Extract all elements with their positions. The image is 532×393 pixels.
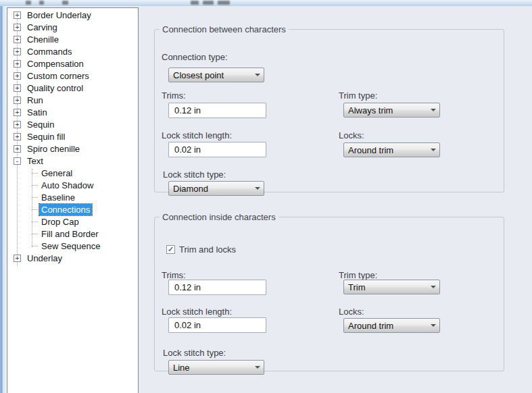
tree-item-label: Sequin	[25, 119, 56, 130]
tree-item-chenille[interactable]: +Chenille	[7, 33, 138, 45]
window-edge	[0, 6, 7, 393]
lock-stitch-type-dropdown[interactable]: Diamond	[168, 181, 264, 196]
expand-icon[interactable]: +	[14, 72, 21, 80]
titlebar-smudge	[26, 1, 31, 5]
tree-item-label: Drop Cap	[39, 216, 81, 228]
collapse-icon[interactable]: -	[14, 157, 21, 165]
chevron-down-icon[interactable]	[251, 182, 264, 195]
expand-icon[interactable]: +	[14, 48, 21, 55]
tree-item-label: Fill and Border	[39, 228, 101, 240]
tree-item-label: Text	[25, 155, 45, 167]
chevron-down-icon[interactable]	[427, 143, 439, 157]
expand-icon[interactable]: +	[14, 11, 21, 19]
tree-item-carving[interactable]: +Carving	[7, 21, 138, 33]
tree-item-label: Auto Shadow	[39, 180, 95, 191]
expand-icon[interactable]: +	[14, 36, 21, 43]
trim-and-locks-checkbox[interactable]: ✓ Trim and locks	[166, 244, 236, 255]
titlebar-fragment	[0, 0, 532, 6]
tree-connector	[32, 234, 38, 234]
trim-type-label: Trim type:	[339, 270, 377, 280]
tree-item-quality-control[interactable]: +Quality control	[7, 82, 138, 94]
tree-item-sequin[interactable]: +Sequin	[7, 118, 138, 130]
tree-item-label: Quality control	[25, 82, 85, 94]
titlebar-smudge	[203, 1, 214, 5]
expand-icon[interactable]: +	[14, 255, 21, 262]
lock-stitch-type-label: Lock stitch type:	[163, 348, 226, 358]
settings-content-panel: Connection between characters Connection…	[139, 6, 532, 393]
lock-stitch-type-value: Diamond	[169, 184, 251, 194]
trims-label: Trims:	[162, 270, 186, 280]
tree-item-satin[interactable]: +Satin	[7, 106, 138, 118]
checkmark-icon: ✓	[168, 246, 174, 253]
tree-item-spiro-chenille[interactable]: +Spiro chenille	[7, 142, 138, 155]
lock-stitch-length-input[interactable]	[168, 317, 266, 333]
tree-item-label: Commands	[25, 46, 74, 57]
tree-item-label: Run	[25, 95, 45, 106]
tree-item-drop-cap[interactable]: Drop Cap	[7, 215, 138, 228]
locks-dropdown[interactable]: Around trim	[343, 318, 440, 333]
chevron-down-icon[interactable]	[427, 280, 439, 294]
titlebar-smudge	[218, 1, 230, 5]
trim-type-value: Trim	[344, 282, 427, 292]
tree-item-connections[interactable]: Connections	[7, 203, 138, 215]
settings-tree: +Border Underlay+Carving+Chenille+Comman…	[7, 8, 138, 393]
locks-value: Around trim	[344, 321, 427, 331]
trim-type-label: Trim type:	[339, 90, 377, 101]
expand-icon[interactable]: +	[14, 97, 21, 104]
connection-type-value: Closest point	[169, 70, 251, 80]
expand-icon[interactable]: +	[14, 109, 21, 116]
tree-item-sequin-fill[interactable]: +Sequin fill	[7, 130, 138, 142]
tree-item-label: Connections	[39, 204, 92, 215]
tree-item-label: Sew Sequence	[39, 240, 102, 252]
trims-input[interactable]	[168, 103, 266, 118]
checkbox-box[interactable]: ✓	[166, 245, 175, 254]
chevron-down-icon[interactable]	[427, 103, 439, 117]
tree-item-underlay[interactable]: +Underlay	[7, 252, 138, 264]
locks-label: Locks:	[339, 130, 364, 140]
chevron-down-icon[interactable]	[427, 319, 439, 332]
expand-icon[interactable]: +	[14, 84, 21, 92]
tree-item-label: Sequin fill	[25, 131, 67, 142]
lock-stitch-type-label: Lock stitch type:	[163, 169, 226, 180]
tree-item-fill-and-border[interactable]: Fill and Border	[7, 228, 138, 240]
tree-item-label: Chenille	[25, 34, 61, 45]
trim-type-dropdown[interactable]: Always trim	[343, 103, 440, 117]
locks-value: Around trim	[344, 145, 427, 155]
trim-type-dropdown[interactable]: Trim	[343, 280, 440, 294]
lock-stitch-length-label: Lock stitch length:	[162, 307, 232, 317]
tree-connector	[32, 197, 38, 198]
tree-item-run[interactable]: +Run	[7, 94, 138, 106]
expand-icon[interactable]: +	[14, 24, 21, 31]
lock-stitch-type-dropdown[interactable]: Line	[168, 360, 264, 375]
tree-item-border-underlay[interactable]: +Border Underlay	[7, 9, 138, 21]
tree-item-custom-corners[interactable]: +Custom corners	[7, 70, 138, 82]
tree-item-sew-sequence[interactable]: Sew Sequence	[7, 240, 138, 252]
group-connection-between-characters: Connection between characters Connection…	[154, 24, 504, 192]
tree-item-baseline[interactable]: Baseline	[7, 191, 138, 203]
trim-type-value: Always trim	[344, 105, 427, 115]
tree-item-commands[interactable]: +Commands	[7, 45, 138, 57]
expand-icon[interactable]: +	[14, 60, 21, 68]
expand-icon[interactable]: +	[14, 145, 21, 153]
tree-item-label: Spiro chenille	[25, 143, 82, 155]
expand-icon[interactable]: +	[14, 133, 21, 140]
group-title: Connection between characters	[160, 24, 289, 34]
connection-type-label: Connection type:	[162, 52, 228, 62]
tree-item-compensation[interactable]: +Compensation	[7, 57, 138, 70]
tree-item-general[interactable]: General	[7, 167, 138, 179]
tree-item-label: Satin	[25, 107, 49, 118]
tree-item-auto-shadow[interactable]: Auto Shadow	[7, 179, 138, 191]
chevron-down-icon[interactable]	[251, 68, 264, 82]
tree-item-label: General	[39, 167, 74, 179]
connection-type-dropdown[interactable]: Closest point	[168, 68, 264, 82]
group-title: Connection inside characters	[160, 212, 279, 222]
chevron-down-icon[interactable]	[251, 361, 264, 374]
lock-stitch-length-input[interactable]	[168, 142, 266, 157]
tree-item-label: Compensation	[25, 58, 86, 70]
trims-input[interactable]	[168, 280, 266, 295]
expand-icon[interactable]: +	[14, 121, 21, 128]
tree-connector	[32, 246, 38, 246]
tree-item-label: Custom corners	[25, 70, 91, 82]
tree-item-text[interactable]: -Text	[7, 155, 138, 167]
locks-dropdown[interactable]: Around trim	[343, 142, 440, 157]
